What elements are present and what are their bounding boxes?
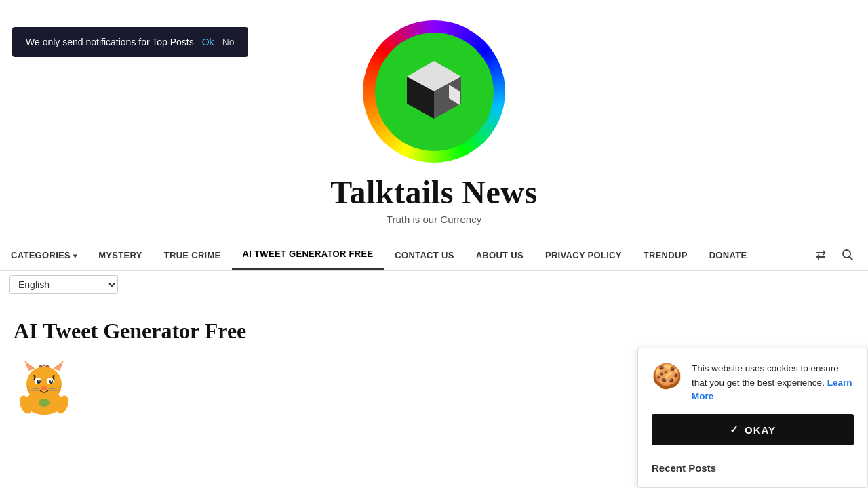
- nav-item-ai-tweet[interactable]: AI TWEET GENERATOR FREE: [232, 239, 384, 270]
- site-logo[interactable]: [363, 20, 505, 163]
- svg-point-15: [49, 380, 53, 384]
- main-nav: CATEGORIES ▾ MYSTERY TRUE CRIME AI TWEET…: [0, 239, 868, 271]
- svg-point-16: [39, 380, 40, 382]
- svg-point-18: [41, 386, 47, 390]
- nav-item-about[interactable]: ABOUT US: [465, 241, 534, 270]
- mystery-link[interactable]: MYSTERY: [87, 241, 153, 270]
- notification-text: We only send notifications for Top Posts: [26, 37, 194, 47]
- contact-link[interactable]: CONTACT US: [384, 241, 465, 270]
- trendup-link[interactable]: TRENDUP: [633, 241, 698, 270]
- tiger-illustration: [14, 357, 75, 418]
- cookie-ok-label: OKAY: [745, 424, 776, 436]
- nav-item-contact[interactable]: CONTACT US: [384, 241, 465, 270]
- categories-button[interactable]: CATEGORIES ▾: [0, 241, 87, 270]
- privacy-link[interactable]: PRIVACY POLICY: [534, 241, 633, 270]
- nav-item-mystery[interactable]: MYSTERY: [87, 241, 153, 270]
- search-icon[interactable]: [835, 243, 860, 267]
- nav-item-trendup[interactable]: TRENDUP: [633, 241, 698, 270]
- cube-icon: [397, 54, 471, 129]
- nav-item-categories[interactable]: CATEGORIES ▾: [0, 241, 87, 270]
- cookie-banner: 🍪 This website uses cookies to ensure th…: [637, 348, 868, 488]
- svg-point-7: [26, 367, 62, 402]
- logo-inner: [375, 33, 494, 151]
- language-selector-row: English Spanish French German Chinese: [0, 271, 868, 298]
- nav-menu: CATEGORIES ▾ MYSTERY TRUE CRIME AI TWEET…: [0, 239, 808, 270]
- about-link[interactable]: ABOUT US: [465, 241, 534, 270]
- donate-link[interactable]: DONATE: [698, 241, 758, 270]
- chevron-down-icon: ▾: [73, 252, 77, 260]
- recent-posts-heading: Recent Posts: [652, 455, 854, 474]
- notification-bar: We only send notifications for Top Posts…: [12, 27, 248, 57]
- shuffle-icon[interactable]: ⇄: [808, 243, 833, 267]
- true-crime-link[interactable]: TRUE CRIME: [153, 241, 232, 270]
- svg-point-25: [39, 399, 50, 407]
- cookie-ok-button[interactable]: ✓ OKAY: [652, 414, 854, 445]
- svg-line-5: [850, 257, 853, 260]
- notification-ok-button[interactable]: Ok: [202, 37, 214, 47]
- cookie-text: This website uses cookies to ensure that…: [692, 362, 854, 403]
- svg-point-17: [51, 380, 52, 382]
- nav-item-true-crime[interactable]: TRUE CRIME: [153, 241, 232, 270]
- cookie-checkmark-icon: ✓: [730, 424, 739, 436]
- svg-point-14: [37, 380, 41, 384]
- ai-tweet-link[interactable]: AI TWEET GENERATOR FREE: [232, 239, 384, 270]
- nav-icon-group: ⇄: [808, 243, 868, 267]
- language-select[interactable]: English Spanish French German Chinese: [9, 275, 118, 294]
- notification-no-button[interactable]: No: [222, 37, 235, 47]
- site-tagline: Truth is our Currency: [387, 214, 481, 225]
- site-title[interactable]: Talktails News: [330, 174, 537, 211]
- cookie-content: 🍪 This website uses cookies to ensure th…: [652, 362, 854, 403]
- cookie-icon: 🍪: [652, 362, 682, 390]
- nav-item-donate[interactable]: DONATE: [698, 241, 758, 270]
- nav-item-privacy[interactable]: PRIVACY POLICY: [534, 241, 633, 270]
- page-title: AI Tweet Generator Free: [14, 319, 854, 344]
